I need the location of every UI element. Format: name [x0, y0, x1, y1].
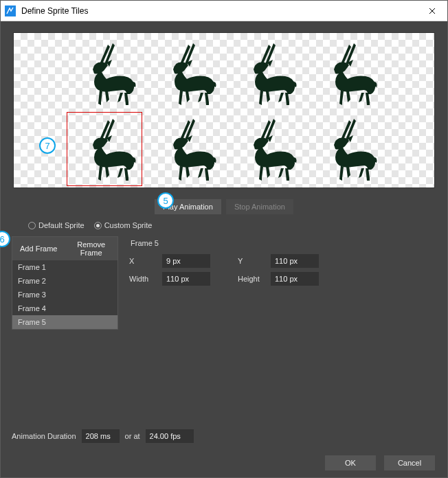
- sprite-frame[interactable]: [67, 36, 142, 112]
- radio-dot-icon: [94, 222, 102, 229]
- frame-panel: Add Frame Remove Frame Frame 1Frame 2Fra…: [12, 236, 118, 330]
- width-input[interactable]: [162, 272, 210, 286]
- height-label: Height: [238, 275, 271, 283]
- x-label: X: [129, 257, 162, 265]
- frame-props-title: Frame 5: [129, 239, 436, 247]
- anim-duration-label: Animation Duration: [12, 432, 76, 440]
- sprite-frame[interactable]: [147, 112, 223, 187]
- sprite-frame[interactable]: [308, 112, 383, 187]
- y-input[interactable]: [271, 254, 319, 268]
- frame-list-item[interactable]: Frame 1: [12, 260, 117, 274]
- frame-list-item[interactable]: Frame 4: [12, 301, 117, 315]
- frame-list-item[interactable]: Frame 5: [12, 315, 117, 329]
- titlebar: Define Sprite Tiles: [1, 1, 447, 21]
- sprite-frame[interactable]: [147, 36, 223, 112]
- stop-animation-button: Stop Animation: [226, 199, 293, 214]
- x-input[interactable]: [162, 254, 210, 268]
- frame-selection-box: [67, 112, 142, 186]
- sprite-frame[interactable]: [227, 36, 303, 112]
- window-title: Define Sprite Tiles: [21, 6, 416, 16]
- remove-frame-button[interactable]: Remove Frame: [65, 237, 118, 260]
- anim-orat-label: or at: [125, 432, 140, 440]
- height-input[interactable]: [271, 272, 319, 286]
- add-frame-button[interactable]: Add Frame: [12, 237, 65, 260]
- y-label: Y: [238, 257, 271, 265]
- ok-button[interactable]: OK: [325, 455, 376, 470]
- close-icon: [429, 8, 436, 14]
- callout-7: 7: [39, 137, 56, 154]
- radio-default-sprite[interactable]: Default Sprite: [28, 221, 85, 229]
- sprite-frame[interactable]: [308, 36, 383, 112]
- frame-list-item[interactable]: Frame 2: [12, 274, 117, 288]
- cancel-button[interactable]: Cancel: [384, 455, 435, 470]
- radio-label: Default Sprite: [38, 221, 85, 229]
- radio-dot-icon: [28, 222, 36, 229]
- radio-custom-sprite[interactable]: Custom Sprite: [94, 221, 153, 229]
- radio-label: Custom Sprite: [104, 221, 153, 229]
- sprite-frame[interactable]: [227, 112, 303, 187]
- frame-list[interactable]: Frame 1Frame 2Frame 3Frame 4Frame 5: [12, 260, 117, 329]
- sprite-preview[interactable]: 7: [13, 32, 435, 188]
- anim-fps-input[interactable]: [146, 429, 194, 443]
- close-button[interactable]: [416, 1, 447, 21]
- callout-5: 5: [157, 192, 174, 209]
- app-icon: [5, 5, 16, 16]
- width-label: Width: [129, 275, 162, 283]
- anim-duration-input[interactable]: [82, 429, 120, 443]
- frame-list-item[interactable]: Frame 3: [12, 288, 117, 301]
